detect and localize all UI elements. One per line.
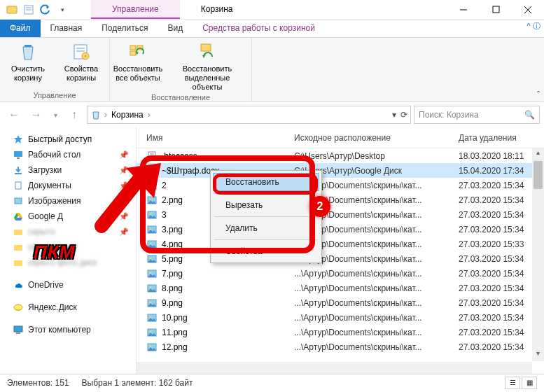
horizontal-scrollbar[interactable]: [137, 362, 532, 374]
file-row[interactable]: 4.png...\Артур\Documents\скрины\кат...27…: [137, 237, 544, 251]
file-date-deleted: 27.03.2020 15:34: [459, 225, 544, 234]
file-name: 11.png: [162, 328, 188, 337]
file-icon: [146, 195, 158, 206]
tab-recycle-tools[interactable]: Средства работы с корзиной: [193, 20, 325, 37]
breadcrumb-sep[interactable]: ›: [148, 110, 151, 120]
nav-pictures[interactable]: Изображения 📌: [0, 193, 136, 209]
restore-selected-button[interactable]: Восстановить выделенные объекты: [169, 41, 246, 92]
view-large-icons-button[interactable]: ▦: [522, 377, 537, 389]
file-row[interactable]: 5.png...\Артур\Documents\скрины\кат...27…: [137, 251, 544, 266]
breadcrumb-sep[interactable]: ›: [104, 110, 107, 120]
svg-rect-5: [493, 6, 499, 13]
tab-file[interactable]: Файл: [0, 20, 41, 37]
tab-view[interactable]: Вид: [158, 20, 193, 37]
view-details-button[interactable]: ☰: [505, 377, 520, 389]
address-dropdown-icon[interactable]: ▾: [392, 110, 396, 120]
nav-onedrive[interactable]: OneDrive: [0, 277, 136, 293]
nav-onedrive-label: OneDrive: [28, 280, 64, 290]
annotation-pkm-label: ПКМ: [34, 241, 75, 263]
context-separator: [214, 239, 318, 240]
address-bar[interactable]: › Корзина › ▾ ⟳: [87, 106, 411, 124]
file-location: ...\Артур\Documents\скрины\кат...: [294, 328, 459, 337]
recycle-bin-properties-button[interactable]: Свойства корзины: [59, 41, 104, 83]
file-row[interactable]: .htaccessC:\Users\Артур\Desktop18.03.202…: [137, 148, 544, 163]
minimize-button[interactable]: [447, 0, 480, 20]
address-refresh-icon[interactable]: ⟳: [400, 110, 407, 120]
breadcrumb-recycle-bin[interactable]: Корзина: [110, 110, 145, 120]
file-row[interactable]: ~$Штраф.docxC:\Users\Артур\Google Диск15…: [137, 163, 544, 178]
address-row: ← → ▾ ↑ › Корзина › ▾ ⟳ Поиск: Корзина 🔍: [0, 102, 544, 127]
nav-desktop[interactable]: Рабочий стол 📌: [0, 147, 136, 162]
file-row[interactable]: 12.png...\Артур\Documents\скрины\кат...2…: [137, 340, 544, 354]
nav-desktop-label: Рабочий стол: [28, 150, 81, 160]
documents-icon: [13, 180, 24, 191]
nav-history-dropdown[interactable]: ▾: [49, 105, 62, 125]
ribbon-help-button[interactable]: ^ ⓘ: [523, 20, 544, 31]
close-button[interactable]: [512, 0, 544, 20]
onedrive-icon: [13, 279, 24, 290]
folder-icon: [13, 241, 24, 253]
qat-dropdown-icon[interactable]: ▾: [55, 2, 70, 18]
file-icon: [146, 165, 158, 176]
status-bar: Элементов: 151 Выбран 1 элемент: 162 бай…: [0, 374, 544, 391]
empty-recycle-bin-button[interactable]: Очистить корзину: [6, 41, 50, 83]
nav-downloads[interactable]: Загрузки 📌: [0, 162, 136, 178]
file-row[interactable]: 11.png...\Артур\Documents\скрины\кат...2…: [137, 325, 544, 340]
scroll-thumb[interactable]: [533, 161, 543, 189]
context-delete[interactable]: Удалить: [213, 219, 319, 237]
file-date-deleted: 27.03.2020 15:34: [459, 269, 544, 279]
context-properties[interactable]: Свойства: [213, 242, 319, 260]
file-name: 9.png: [162, 298, 183, 308]
ribbon-group-restore-label: Восстановление: [116, 92, 246, 104]
context-cut[interactable]: Вырезать: [213, 196, 319, 214]
star-icon: [13, 134, 24, 145]
file-row[interactable]: 3...\Артур\Documents\скрины\кат...27.03.…: [137, 207, 544, 222]
file-row[interactable]: 2.png...\Артур\Documents\скрины\кат...27…: [137, 192, 544, 207]
tab-share[interactable]: Поделиться: [92, 20, 158, 37]
qat-undo-icon[interactable]: [38, 2, 53, 18]
svg-rect-30: [16, 332, 20, 334]
nav-yandex-disk[interactable]: Яндекс.Диск: [0, 300, 136, 315]
file-date-deleted: 27.03.2020 15:34: [459, 328, 544, 337]
nav-google-drive-label: Google Д: [28, 211, 63, 221]
nav-documents[interactable]: Документы 📌: [0, 178, 136, 193]
ribbon-collapse-button[interactable]: ˆ: [533, 89, 544, 102]
titlebar: ▾ Управление Корзина: [0, 0, 544, 20]
restore-all-icon: [127, 41, 149, 63]
column-location[interactable]: Исходное расположение: [294, 133, 459, 143]
search-input[interactable]: Поиск: Корзина 🔍: [414, 106, 540, 124]
scroll-up-arrow[interactable]: ▴: [532, 148, 544, 160]
file-row[interactable]: 8.png...\Артур\Documents\скрины\кат...27…: [137, 281, 544, 295]
column-date-deleted[interactable]: Дата удаления: [459, 133, 544, 143]
recycle-bin-props-icon: [70, 41, 92, 63]
vertical-scrollbar[interactable]: ▴ ▾: [532, 148, 544, 361]
file-name: .htaccess: [162, 151, 197, 161]
file-row[interactable]: 9.png...\Артур\Documents\скрины\кат...27…: [137, 295, 544, 310]
restore-all-button[interactable]: Восстановить все объекты: [116, 41, 160, 83]
context-restore[interactable]: Восстановить: [213, 173, 319, 191]
svg-point-28: [14, 304, 22, 310]
file-row[interactable]: 7.png...\Артур\Documents\скрины\кат...27…: [137, 266, 544, 281]
nav-item-redacted[interactable]: скрыто📌: [0, 224, 136, 239]
qat-properties-icon[interactable]: [21, 2, 36, 18]
pin-icon: 📌: [119, 197, 129, 206]
nav-back-button[interactable]: ←: [4, 105, 24, 125]
file-icon: [146, 180, 158, 191]
file-list: .htaccessC:\Users\Артур\Desktop18.03.202…: [137, 148, 544, 374]
file-date-deleted: 27.03.2020 15:34: [459, 298, 544, 308]
column-name[interactable]: Имя: [137, 133, 294, 143]
nav-google-drive[interactable]: Google Д 📌: [0, 209, 136, 224]
status-item-count: Элементов: 151: [7, 378, 69, 388]
pin-icon: 📌: [119, 181, 129, 190]
file-row[interactable]: 3.png...\Артур\Documents\скрины\кат...27…: [137, 222, 544, 237]
maximize-button[interactable]: [480, 0, 512, 20]
nav-forward-button[interactable]: →: [27, 105, 46, 125]
file-row[interactable]: 2...\Артур\Documents\скрины\кат...27.03.…: [137, 178, 544, 192]
nav-this-pc[interactable]: Этот компьютер: [0, 322, 136, 337]
scroll-down-arrow[interactable]: ▾: [532, 349, 544, 361]
nav-up-button[interactable]: ↑: [64, 105, 84, 125]
file-row[interactable]: 10.png...\Артур\Documents\скрины\кат...2…: [137, 310, 544, 325]
nav-quick-access[interactable]: Быстрый доступ: [0, 132, 136, 147]
tab-home[interactable]: Главная: [41, 20, 92, 37]
svg-point-53: [150, 301, 152, 303]
